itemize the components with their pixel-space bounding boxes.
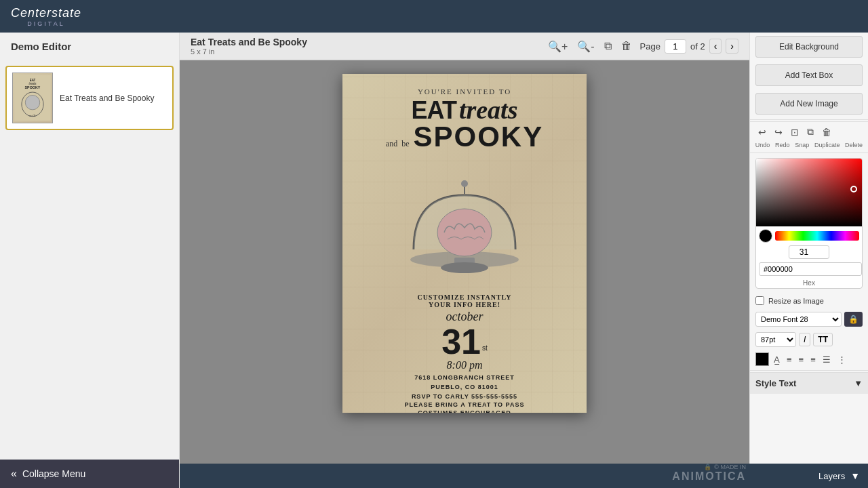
doc-info: Eat Treats and Be Spooky 5 x 7 in	[191, 37, 540, 56]
collapse-label: Collapse Menu	[22, 468, 85, 479]
collapse-arrow-icon: «	[11, 468, 17, 480]
svg-text:oct 31: oct 31	[29, 115, 36, 117]
thumb-inner: EAT treats SPOOKY oct 31	[13, 73, 52, 123]
thumbnail-label: Eat Treats and Be Spooky	[60, 94, 154, 103]
next-page-button[interactable]: ›	[726, 39, 738, 54]
hex-row: ▼	[756, 259, 862, 279]
poster-and-text: and	[386, 139, 397, 149]
doc-name: Eat Treats and Be Spooky	[191, 37, 540, 47]
align-left-button[interactable]: ≡	[785, 353, 794, 366]
edit-background-button[interactable]: Edit Background	[755, 36, 863, 58]
align-right-button[interactable]: ≡	[808, 353, 818, 366]
redo-button[interactable]: ↪	[772, 125, 785, 139]
font-lock-button[interactable]: 🔒	[844, 312, 863, 327]
delete-label: Delete	[845, 142, 863, 148]
poster[interactable]: YOU'RE INVITED TO EAT treats and be SPOO…	[342, 74, 587, 413]
font-select[interactable]: Demo Font 28	[755, 312, 842, 327]
poster-address1-text: 7618 LONGBRANCH STREET	[414, 374, 515, 381]
main-layout: Demo Editor EAT treats SPOOKY oct 31	[0, 33, 868, 488]
resize-checkbox[interactable]	[755, 296, 764, 305]
highlight-button[interactable]: A̲	[772, 353, 782, 366]
text-color-swatch[interactable]	[755, 352, 769, 366]
color-black-swatch[interactable]	[759, 229, 772, 243]
poster-costumes-text: COSTUMES ENCOURAGED	[418, 409, 511, 413]
poster-be-text: be	[401, 139, 409, 149]
hex-label: Hex	[756, 279, 862, 288]
edit-toolbar: ↩ ↪ ⊡ ⧉ 🗑	[750, 121, 868, 142]
delete-button[interactable]: 🗑	[618, 37, 635, 55]
poster-content: YOU'RE INVITED TO EAT treats and be SPOO…	[342, 74, 587, 413]
more-options-button[interactable]: ⋮	[835, 353, 848, 366]
justify-button[interactable]: ☰	[821, 353, 833, 366]
page-nav: Page of 2 ‹ ›	[640, 39, 738, 54]
divider-2	[750, 152, 868, 153]
collapse-menu-button[interactable]: « Collapse Menu	[0, 460, 179, 488]
bold-button[interactable]: TT	[813, 333, 833, 346]
thumbnail-image: EAT treats SPOOKY oct 31	[12, 73, 53, 123]
canvas-scroll: YOU'RE INVITED TO EAT treats and be SPOO…	[180, 60, 749, 488]
topbar: Centerstate DIGITAL	[0, 0, 868, 33]
poster-customize-text: CUSTOMIZE INSTANTLY	[417, 293, 511, 301]
svg-text:SPOOKY: SPOOKY	[25, 85, 41, 89]
left-sidebar: Demo Editor EAT treats SPOOKY oct 31	[0, 33, 180, 488]
poster-address2-text: PUEBLO, CO 81001	[431, 384, 498, 390]
svg-point-12	[461, 180, 468, 187]
poster-rsvp-text: RSVP TO CARLY 555-555-5555	[412, 393, 517, 400]
italic-button[interactable]: I	[799, 333, 810, 346]
poster-treats-text: treats	[459, 97, 518, 123]
duplicate-button[interactable]: ⧉	[804, 125, 816, 139]
color-value-input[interactable]: 31	[789, 245, 829, 259]
thumbnail-item[interactable]: EAT treats SPOOKY oct 31 Eat Treats and …	[5, 66, 174, 130]
brain-dome-svg	[397, 155, 532, 290]
divider-3	[750, 370, 868, 371]
color-picker-cursor	[850, 186, 857, 192]
style-text-chevron-icon: ▼	[854, 378, 863, 388]
toolbar-icons: 🔍+ 🔍- ⧉ 🗑	[545, 37, 635, 56]
hex-input[interactable]	[759, 262, 862, 276]
size-row: 87pt I TT	[750, 329, 868, 350]
align-center-button[interactable]: ≡	[797, 353, 806, 366]
poster-image-area	[397, 155, 532, 290]
zoom-in-button[interactable]: 🔍+	[545, 37, 570, 56]
poster-day-text: 31	[441, 324, 481, 359]
poster-invited-text: YOU'RE INVITED TO	[418, 87, 511, 96]
color-spectrum-row	[756, 226, 862, 245]
duplicate-label: Duplicate	[814, 142, 840, 148]
svg-text:EAT: EAT	[30, 79, 36, 82]
add-new-image-button[interactable]: Add New Image	[755, 93, 863, 115]
snap-button[interactable]: ⊡	[788, 125, 802, 139]
font-row: Demo Font 28 🔒	[750, 309, 868, 329]
sidebar-title: Demo Editor	[0, 33, 179, 60]
color-spectrum-bar[interactable]	[775, 231, 859, 241]
prev-page-button[interactable]: ‹	[709, 39, 722, 54]
poster-bring-text: PLEASE BRING A TREAT TO PASS	[405, 401, 525, 408]
divider-1	[750, 119, 868, 120]
copy-button[interactable]: ⧉	[601, 37, 614, 55]
page-total: of 2	[690, 41, 705, 52]
undo-label: Undo	[755, 142, 770, 148]
page-input[interactable]	[665, 39, 686, 54]
style-text-row[interactable]: Style Text ▼	[750, 372, 868, 394]
resize-checkbox-row: Resize as Image	[750, 292, 868, 309]
delete-tool-button[interactable]: 🗑	[819, 125, 834, 139]
thumbnail-poster-svg: EAT treats SPOOKY oct 31	[12, 75, 53, 121]
right-panel: Edit Background Add Text Box Add New Ima…	[749, 33, 868, 488]
made-in-label: 🔒 © MADE IN ANIMOTICA	[672, 464, 746, 483]
zoom-out-button[interactable]: 🔍-	[574, 37, 597, 56]
lock-icon: 🔒	[704, 464, 711, 470]
color-picker-panel: 31 ▼ Hex	[755, 158, 863, 289]
color-gradient[interactable]	[756, 159, 863, 226]
layers-label: Layers	[818, 471, 845, 481]
poster-your-info-text: YOUR INFO HERE!	[429, 301, 500, 308]
font-size-select[interactable]: 87pt	[755, 332, 796, 347]
layers-chevron-icon[interactable]: ▼	[850, 470, 860, 481]
add-text-box-button[interactable]: Add Text Box	[755, 64, 863, 86]
svg-point-10	[437, 209, 492, 256]
animotica-label: ANIMOTICA	[672, 470, 746, 483]
svg-point-5	[25, 95, 39, 109]
undo-button[interactable]: ↩	[755, 125, 769, 139]
logo-text: Centerstate	[11, 6, 81, 20]
doc-size: 5 x 7 in	[191, 47, 540, 56]
poster-eat-text: EAT	[412, 98, 456, 123]
logo: Centerstate DIGITAL	[11, 6, 81, 27]
